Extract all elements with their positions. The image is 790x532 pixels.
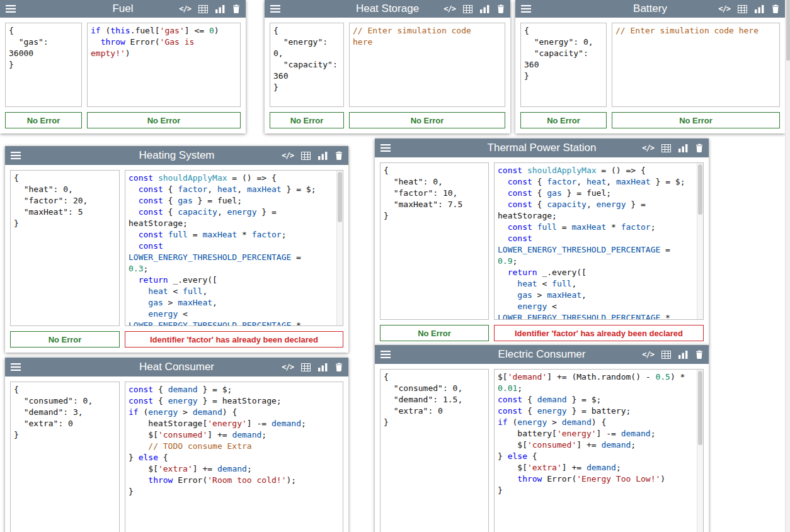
page-scrollbar-thumb[interactable] [786, 0, 790, 60]
panel-header[interactable]: Fuel </> [0, 0, 246, 18]
chart-icon[interactable] [678, 144, 688, 152]
panel-header[interactable]: Heat Storage </> [265, 0, 510, 18]
trash-icon[interactable] [772, 4, 779, 13]
state-editor[interactable]: { "heat": 0, "factor": 10, "maxHeat": 7.… [380, 162, 489, 320]
table-icon[interactable] [301, 152, 311, 160]
state-status-badge: No Error [520, 112, 607, 128]
code-editor[interactable]: $['demand'] += (Math.random() - 0.5) * 0… [494, 369, 704, 532]
state-editor[interactable]: { "consumed": 0, "demand": 1.5, "extra":… [380, 369, 489, 532]
code-scrollbar[interactable] [697, 163, 703, 319]
table-icon[interactable] [661, 351, 671, 359]
panel-fuel: Fuel </> { "gas": 36000 } if (this.fuel[… [0, 0, 246, 133]
chart-icon[interactable] [755, 5, 764, 13]
trash-icon[interactable] [335, 151, 343, 160]
panel-header[interactable]: Electric Consumer </> [375, 345, 709, 364]
state-editor[interactable]: { "gas": 36000 } [5, 23, 82, 107]
state-editor[interactable]: { "consumed": 0, "demand": 3, "extra": 0… [10, 382, 120, 532]
code-editor[interactable]: // Enter simulation code here [349, 23, 505, 107]
trash-icon[interactable] [232, 4, 240, 13]
menu-icon[interactable] [381, 144, 391, 152]
panel-heat-storage: Heat Storage </> { "energy": 0, "capacit… [265, 0, 510, 133]
state-status-badge: No Error [10, 331, 120, 348]
menu-icon[interactable] [381, 351, 391, 358]
state-editor[interactable]: { "energy": 0, "capacity": 360 } [520, 23, 607, 107]
code-status-badge: No Error [349, 112, 505, 128]
code-icon[interactable]: </> [282, 363, 294, 371]
code-status-badge: Identifier 'factor' has already been dec… [125, 331, 343, 348]
code-icon[interactable]: </> [718, 4, 730, 13]
chart-icon[interactable] [480, 5, 489, 13]
code-editor[interactable]: if (this.fuel['gas'] <= 0) throw Error('… [87, 23, 241, 107]
panel-battery: Battery </> { "energy": 0, "capacity": 3… [515, 0, 785, 133]
state-editor[interactable]: { "energy": 0, "capacity": 360 } [270, 23, 344, 107]
code-status-badge: No Error [87, 112, 241, 128]
code-status-badge: Identifier 'factor' has already been dec… [494, 325, 704, 341]
menu-icon[interactable] [6, 5, 16, 13]
panel-heating-system: Heating System </> { "heat": 0, "factor"… [5, 146, 348, 353]
code-icon[interactable]: </> [642, 350, 654, 359]
state-editor[interactable]: { "heat": 0, "factor": 20, "maxHeat": 5 … [10, 170, 120, 326]
code-scrollbar[interactable] [697, 370, 703, 532]
chart-icon[interactable] [318, 152, 328, 160]
page-scrollbar[interactable] [785, 0, 790, 532]
panel-heat-consumer: Heat Consumer </> { "consumed": 0, "dema… [5, 358, 348, 532]
code-icon[interactable]: </> [179, 4, 191, 13]
code-editor[interactable]: // Enter simulation code here [612, 23, 780, 107]
table-icon[interactable] [661, 144, 671, 152]
table-icon[interactable] [738, 5, 747, 13]
code-icon[interactable]: </> [444, 4, 455, 13]
state-status-badge: No Error [5, 112, 82, 128]
trash-icon[interactable] [497, 4, 505, 13]
simulation-dashboard: Fuel </> { "gas": 36000 } if (this.fuel[… [0, 0, 790, 532]
table-icon[interactable] [198, 5, 208, 13]
code-status-badge: No Error [612, 112, 780, 128]
state-status-badge: No Error [380, 325, 489, 341]
trash-icon[interactable] [335, 363, 343, 371]
table-icon[interactable] [301, 363, 311, 371]
chart-icon[interactable] [678, 351, 688, 359]
panel-electric-consumer: Electric Consumer </> { "consumed": 0, "… [375, 345, 709, 532]
trash-icon[interactable] [696, 144, 703, 152]
chart-icon[interactable] [318, 363, 328, 371]
panel-header[interactable]: Battery </> [515, 0, 785, 18]
menu-icon[interactable] [521, 5, 531, 13]
panel-thermal-power-station: Thermal Power Station </> { "heat": 0, "… [375, 139, 709, 346]
panel-header[interactable]: Thermal Power Station </> [375, 139, 709, 157]
code-editor[interactable]: const shouldApplyMax = () => { const { f… [494, 162, 704, 320]
table-icon[interactable] [463, 5, 472, 13]
trash-icon[interactable] [696, 350, 703, 359]
scrollbar-thumb[interactable] [338, 172, 342, 222]
code-editor[interactable]: const { demand } = $; const { energy } =… [125, 382, 343, 532]
panel-header[interactable]: Heating System </> [5, 146, 348, 165]
code-icon[interactable]: </> [282, 151, 294, 160]
scrollbar-thumb[interactable] [698, 371, 702, 445]
menu-icon[interactable] [11, 152, 21, 159]
chart-icon[interactable] [215, 5, 225, 13]
code-icon[interactable]: </> [642, 144, 654, 152]
scrollbar-thumb[interactable] [698, 164, 702, 215]
menu-icon[interactable] [270, 5, 280, 13]
state-status-badge: No Error [270, 112, 344, 128]
menu-icon[interactable] [11, 363, 21, 371]
code-scrollbar[interactable] [336, 171, 343, 325]
code-editor[interactable]: const shouldApplyMax = () => { const { f… [125, 170, 343, 326]
panel-header[interactable]: Heat Consumer </> [5, 358, 348, 376]
